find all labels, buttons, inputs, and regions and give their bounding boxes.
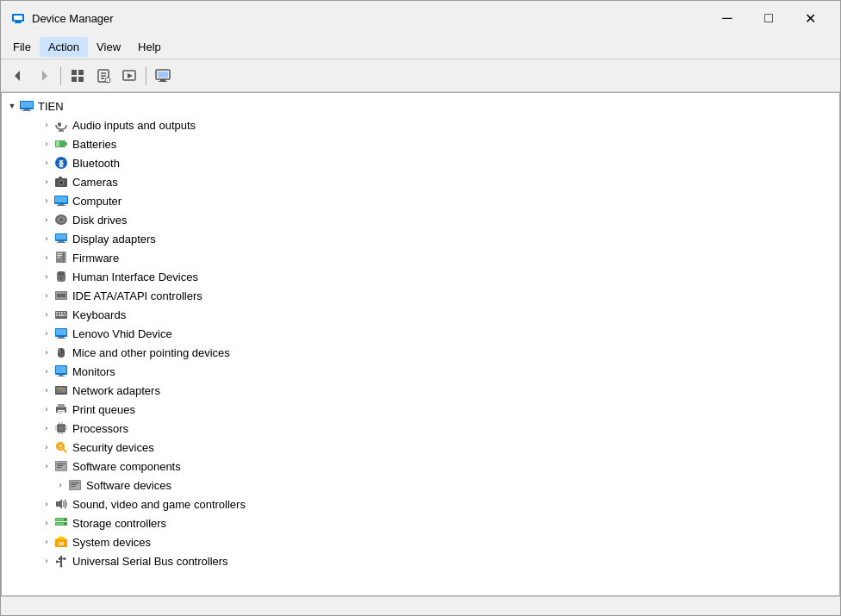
menu-bar: File Action View Help [1,35,840,59]
firmware-label: Firmware [72,252,119,264]
usb-expand[interactable]: › [40,554,53,568]
tree-node-cameras[interactable]: › Cameras [2,172,839,191]
sound-expand[interactable]: › [40,497,53,511]
svg-rect-118 [65,519,66,520]
main-content[interactable]: ▼ TIEN › [1,92,840,596]
svg-point-131 [60,565,63,568]
svg-rect-39 [59,204,64,205]
usb-label: Universal Serial Bus controllers [72,555,228,568]
svg-rect-52 [63,252,66,263]
tree-node-keyboards[interactable]: › Keyboards [2,305,839,324]
keyboards-expand[interactable]: › [40,308,53,321]
tree-node-softdev[interactable]: › Software devices [2,476,839,495]
system-expand[interactable]: › [40,535,53,549]
processors-expand[interactable]: › [40,421,53,435]
tree-node-usb[interactable]: › Universal Serial Bus controllers [2,551,839,570]
print-expand[interactable]: › [40,402,53,416]
cameras-expand[interactable]: › [40,175,53,189]
tree-node-sound[interactable]: › Sound, video and game controllers [2,495,839,513]
close-button[interactable]: ✕ [790,5,830,31]
mice-expand[interactable]: › [40,345,53,359]
tree-node-storage[interactable]: › Storage controllers [2,513,839,532]
tree-node-hid[interactable]: › Human Interface Devices [2,267,839,286]
tree-node-monitors[interactable]: › Monitors [2,362,839,381]
menu-action[interactable]: Action [40,37,88,57]
tree-node-security[interactable]: › Security devices [2,438,839,457]
processors-label: Processors [72,422,128,435]
bluetooth-expand[interactable]: › [40,156,53,170]
lenovo-expand[interactable]: › [40,327,53,340]
softdev-label: Software devices [86,479,171,492]
root-label: TIEN [38,100,64,113]
tree-node-softcomp[interactable]: › Software components [2,457,839,476]
softdev-expand[interactable]: › [53,478,67,492]
tree-node-computer[interactable]: › Computer [2,191,839,210]
properties-button[interactable]: i [91,64,115,88]
hid-label: Human Interface Devices [72,271,198,283]
svg-rect-55 [62,271,65,276]
processors-icon [53,421,69,435]
svg-rect-49 [57,253,62,254]
audio-label: Audio inputs and outputs [72,119,196,132]
hid-icon [53,270,69,283]
svg-rect-23 [21,102,33,108]
root-expand-arrow[interactable]: ▼ [5,99,19,113]
computer-expand[interactable]: › [40,194,53,208]
svg-rect-46 [59,241,64,242]
media-button[interactable] [117,64,141,88]
softcomp-expand[interactable]: › [40,459,53,473]
svg-rect-24 [24,109,29,110]
cameras-label: Cameras [72,176,118,189]
toolbar-sep-1 [60,66,61,85]
svg-point-43 [59,219,63,221]
menu-view[interactable]: View [88,37,129,57]
network-expand[interactable]: › [40,383,53,397]
menu-help[interactable]: Help [129,37,170,57]
tree-node-mice[interactable]: › Mice and other pointing devices [2,343,839,362]
tree-node-disk[interactable]: › Disk drives [2,210,839,229]
tree-node-batteries[interactable]: › Batteries [2,134,839,153]
tree-node-firmware[interactable]: › Firmware [2,248,839,267]
svg-rect-40 [57,205,65,206]
monitors-label: Monitors [72,365,115,378]
tree-node-print[interactable]: › Print queues [2,400,839,419]
display-expand[interactable]: › [40,232,53,246]
sound-label: Sound, video and game controllers [72,498,246,511]
lenovo-label: Lenovo Vhid Device [72,327,172,340]
show-hide-button[interactable] [65,64,90,88]
tree-node-network[interactable]: › Network adapters [2,381,839,400]
network-icon [53,383,69,397]
tree-node-system[interactable]: › System devices [2,532,839,551]
monitors-expand[interactable]: › [40,364,53,378]
menu-file[interactable]: File [4,37,40,57]
svg-rect-66 [56,314,58,316]
back-button[interactable] [6,64,30,88]
forward-button[interactable] [32,64,56,88]
status-bar [1,596,840,615]
security-expand[interactable]: › [40,440,53,454]
svg-rect-6 [72,70,77,75]
tree-node-ide[interactable]: › IDE ATA/ATAPI controllers [2,286,839,305]
disk-expand[interactable]: › [40,213,53,227]
tree-node-bluetooth[interactable]: › Bluetooth [2,153,839,172]
security-label: Security devices [72,441,154,454]
softdev-icon [67,478,83,492]
firmware-expand[interactable]: › [40,251,53,264]
ide-label: IDE ATA/ATAPI controllers [72,289,202,302]
maximize-button[interactable]: □ [749,5,788,31]
tree-root-node[interactable]: ▼ TIEN [2,96,839,115]
audio-expand[interactable]: › [40,118,53,132]
batteries-expand[interactable]: › [40,137,53,151]
svg-rect-124 [59,542,64,545]
tree-node-lenovo[interactable]: › Lenovo Vhid Device [2,324,839,343]
tree-node-display[interactable]: › Display adapters [2,229,839,248]
storage-expand[interactable]: › [40,516,53,530]
display-button[interactable] [151,64,175,88]
ide-expand[interactable]: › [40,289,53,302]
hid-expand[interactable]: › [40,270,53,283]
tree-node-processors[interactable]: › Process [2,419,839,438]
minimize-button[interactable]: ─ [707,5,747,31]
svg-rect-89 [59,411,64,412]
svg-point-76 [60,353,62,355]
tree-node-audio[interactable]: › Audio inputs and outputs [2,115,839,134]
